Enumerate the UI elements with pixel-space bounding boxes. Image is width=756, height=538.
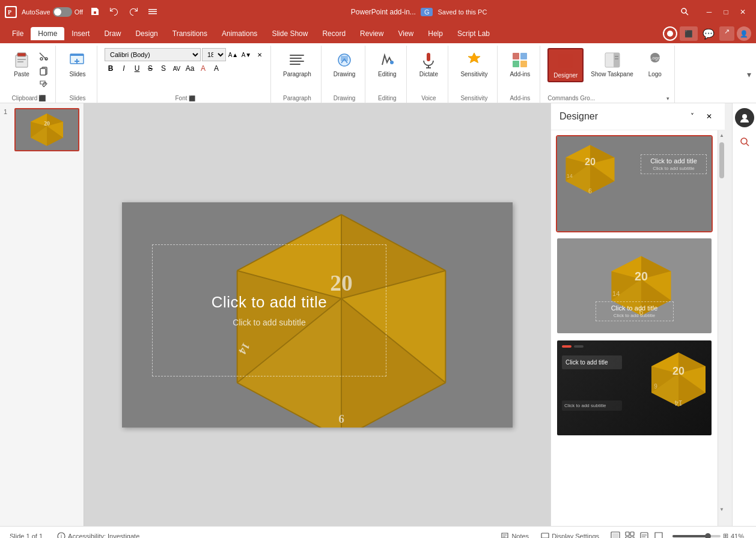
slideshow-view-btn[interactable] [652,530,665,539]
title-bar-center: PowerPoint add-in... G Saved to this PC [165,8,673,16]
italic-btn[interactable]: I [118,62,130,74]
slide-text-box[interactable]: Click to add title Click to add subtitle [152,244,386,376]
addins-btn[interactable]: Add-ins [505,48,535,80]
tab-draw[interactable]: Draw [97,27,128,40]
tab-view[interactable]: View [391,27,421,40]
commands-group-expand[interactable]: ▾ [666,95,669,101]
save-icon[interactable] [88,4,102,20]
display-settings-btn[interactable]: Display Settings [538,531,602,539]
dictate-btn[interactable]: Dictate [414,48,443,80]
svg-rect-114 [630,532,634,536]
present-btn[interactable]: ⬛ [680,26,698,41]
bold-btn[interactable]: B [105,62,117,74]
designer-slide-1[interactable]: 20 9 14 Click to add title Click to add … [556,135,713,232]
editing-btn[interactable]: Editing [373,48,401,80]
ribbon-collapse-btn[interactable]: ▾ [745,67,754,82]
slide-info-text: Slide 1 of 1 [10,533,43,539]
tab-design[interactable]: Design [128,27,165,40]
logo-btn[interactable]: Logo Logo [641,48,669,80]
addins-group: Add-ins Add-ins [500,46,540,103]
slide-sorter-btn[interactable] [623,530,636,539]
scrollbar-up[interactable]: ▲ [718,130,725,140]
underline-btn[interactable]: U [131,62,143,74]
tab-home[interactable]: Home [31,27,64,40]
drawing-btn[interactable]: Drawing [329,48,361,80]
font-size-select[interactable]: 18 [202,48,226,61]
designer-scrollbar[interactable]: ▲ ▼ [718,130,725,526]
format-painter-btn[interactable] [37,78,50,91]
svg-text:14: 14 [612,290,620,297]
shadow-btn[interactable]: S [157,62,169,74]
tab-record[interactable]: Record [315,27,353,40]
autosave-toggle[interactable] [53,7,72,17]
ribbon-content: Paste Clipboard ⬛ [0,43,756,103]
search-btn[interactable] [678,5,691,20]
tab-slideshow[interactable]: Slide Show [264,27,315,40]
designer-slide-2[interactable]: 20 9 14 Click to add title Click to add … [556,237,713,334]
redo-btn[interactable] [126,4,141,20]
sidebar-search-btn[interactable] [735,132,754,151]
cut-btn[interactable] [37,50,50,64]
avatar-btn[interactable] [735,108,754,127]
sensitivity-btn[interactable]: Sensitivity [456,48,492,80]
designer-btn[interactable]: Designer [547,48,584,82]
clipboard-expand[interactable]: ⬛ [38,95,46,101]
designer-slide-3[interactable]: 20 14 9 Click to add title Click to add … [556,339,713,437]
record-btn[interactable] [663,26,677,41]
minimize-btn[interactable]: ─ [701,4,718,20]
tab-scriptlab[interactable]: Script Lab [450,27,497,40]
slide-title-placeholder[interactable]: Click to add title [212,293,328,312]
maximize-btn[interactable]: □ [718,4,734,20]
notes-btn[interactable]: Notes [498,531,531,539]
copy-btn[interactable] [37,64,50,77]
share-btn[interactable]: ↗ [719,26,734,41]
shield-badge: G [421,8,433,16]
zoom-fit-btn[interactable]: ⊞ [723,532,728,538]
font-family-select[interactable]: Calibri (Body) [105,48,201,61]
slide-thumb-container: 1 20 [4,108,80,151]
profile-btn[interactable]: 👤 [737,26,751,41]
reading-view-btn[interactable] [638,530,651,539]
scrollbar-thumb[interactable] [719,142,724,178]
decrease-font-btn[interactable]: A▼ [240,49,252,61]
new-slide-btn[interactable]: Slides [63,48,92,80]
increase-font-btn[interactable]: A▲ [227,49,239,61]
tab-help[interactable]: Help [421,27,450,40]
comments-btn[interactable]: 💬 [700,26,717,41]
close-btn[interactable]: ✕ [734,4,751,20]
slide-thumbnail[interactable]: 20 [14,108,79,151]
paste-btn[interactable]: Paste [7,48,36,80]
tab-insert[interactable]: Insert [64,27,97,40]
scrollbar-down[interactable]: ▼ [718,504,725,514]
designer-close-btn[interactable]: ✕ [702,109,716,124]
paragraph-btn[interactable]: Paragraph [278,48,316,80]
designer-collapse-btn[interactable]: ˅ [685,109,700,124]
zoom-slider[interactable] [672,535,721,537]
tab-animations[interactable]: Animations [215,27,264,40]
svg-rect-4 [148,13,157,14]
normal-view-btn[interactable] [609,530,622,539]
show-taskpane-btn[interactable]: Show Taskpane [586,48,638,80]
accessibility-btn[interactable]: i Accessibility: Investigate [55,531,142,539]
change-case-btn[interactable]: Aa [184,62,196,74]
slide-canvas[interactable]: 20 9 14 Click to add title Click to add … [122,202,513,428]
slide-subtitle-placeholder[interactable]: Click to add subtitle [233,318,305,327]
char-spacing-btn[interactable]: AV [171,62,183,74]
highlight-btn[interactable]: A [210,62,222,74]
undo-btn[interactable] [107,4,121,20]
svg-text:9: 9 [654,383,657,390]
tab-review[interactable]: Review [353,27,391,40]
font-color-btn[interactable]: A [197,62,209,74]
customize-btn[interactable] [145,4,160,20]
svg-rect-12 [40,68,46,75]
title-bar-actions [88,4,160,20]
canvas-area: 20 9 14 Click to add title Click to add … [84,103,550,526]
strikethrough-btn[interactable]: S [144,62,156,74]
show-taskpane-label: Show Taskpane [591,71,633,77]
editing-group-label: Editing [378,95,397,101]
designer-title: Designer [559,111,598,122]
tab-transitions[interactable]: Transitions [165,27,215,40]
tab-file[interactable]: File [5,27,31,40]
clear-format-btn[interactable]: ✕ [254,49,266,61]
font-expand[interactable]: ⬛ [189,95,195,101]
